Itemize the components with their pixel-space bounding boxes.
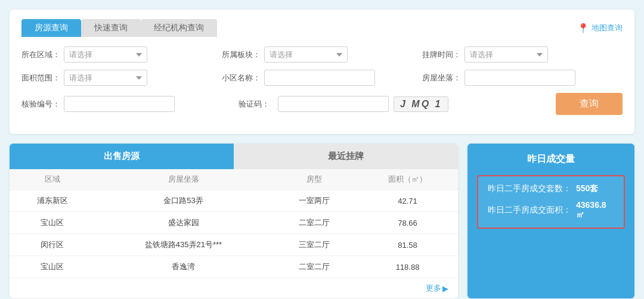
left-panel: 出售房源 最近挂牌 区域 房屋坐落 房型 面积（㎡） 浦东新区金口路53弄一室两…: [10, 144, 458, 298]
stat-row-count: 昨日二手房成交套数： 550套: [488, 183, 614, 194]
cell-address: 金口路53弄: [95, 190, 272, 212]
listing-time-select[interactable]: 请选择: [465, 46, 548, 63]
query-group: 查询: [451, 93, 623, 115]
more-arrow-icon: ▶: [442, 284, 448, 293]
form-row-2: 面积范围： 请选择 小区名称： 房屋坐落：: [21, 70, 623, 86]
area-label: 所在区域：: [21, 49, 60, 60]
size-label: 面积范围：: [21, 73, 60, 83]
search-card: 房源查询 快速查询 经纪机构查询 📍 地图查询 所在区域： 请选择 所属板块： …: [10, 10, 634, 134]
tab-agency-search[interactable]: 经纪机构查询: [141, 19, 217, 37]
code-group: 核验编号：: [21, 96, 236, 112]
cell-area: 宝山区: [10, 256, 95, 278]
community-group: 小区名称：: [222, 70, 422, 86]
cell-size: 78.66: [357, 212, 458, 234]
stat-row-area: 昨日二手房成交面积： 43636.8㎡: [488, 200, 614, 220]
cell-address: 盐铁塘路435弄21号***: [95, 234, 272, 256]
listing-time-group: 挂牌时间： 请选择: [422, 46, 623, 63]
table-row: 浦东新区金口路53弄一室两厅42.71: [10, 190, 458, 212]
col-area: 区域: [10, 169, 95, 190]
listing-table: 区域 房屋坐落 房型 面积（㎡） 浦东新区金口路53弄一室两厅42.71宝山区盛…: [10, 169, 458, 278]
area-select[interactable]: 请选择: [64, 46, 147, 63]
cell-type: 一室两厅: [272, 190, 357, 212]
form-row-3: 核验编号： 验证码： J MQ 1 查询: [21, 93, 623, 115]
table-header-row: 区域 房屋坐落 房型 面积（㎡）: [10, 169, 458, 190]
col-address: 房屋坐落: [95, 169, 272, 190]
block-label: 所属板块：: [222, 49, 261, 60]
size-select[interactable]: 请选择: [64, 70, 147, 86]
tab-sale-listing[interactable]: 出售房源: [10, 144, 234, 169]
cell-size: 118.88: [357, 256, 458, 278]
cell-type: 三室二厅: [272, 234, 357, 256]
stats-box: 昨日二手房成交套数： 550套 昨日二手房成交面积： 43636.8㎡: [477, 175, 625, 229]
panel-tab-group: 出售房源 最近挂牌: [10, 144, 458, 169]
table-row: 宝山区香逸湾二室二厅118.88: [10, 256, 458, 278]
cell-address: 香逸湾: [95, 256, 272, 278]
cell-type: 二室二厅: [272, 256, 357, 278]
building-group: 房屋坐落：: [422, 70, 623, 86]
map-pin-icon: 📍: [577, 23, 589, 34]
cell-area: 闵行区: [10, 234, 95, 256]
right-panel-title: 昨日成交量: [477, 153, 625, 166]
map-link-label: 地图查询: [592, 23, 623, 33]
cell-address: 盛达家园: [95, 212, 272, 234]
area-group: 所在区域： 请选择: [21, 46, 222, 63]
stat-count-value: 550套: [576, 183, 598, 194]
stat-area-label: 昨日二手房成交面积：: [488, 205, 571, 216]
cell-size: 42.71: [357, 190, 458, 212]
tab-row: 房源查询 快速查询 经纪机构查询 📍 地图查询: [21, 19, 623, 37]
tab-house-search[interactable]: 房源查询: [21, 19, 81, 37]
form-row-1: 所在区域： 请选择 所属板块： 请选择 挂牌时间： 请选择: [21, 46, 623, 63]
query-button[interactable]: 查询: [556, 93, 623, 115]
tab-quick-search[interactable]: 快速查询: [81, 19, 141, 37]
building-input[interactable]: [465, 70, 575, 86]
listing-time-label: 挂牌时间：: [422, 49, 461, 60]
cell-area: 宝山区: [10, 212, 95, 234]
cell-area: 浦东新区: [10, 190, 95, 212]
stat-area-value: 43636.8㎡: [576, 200, 614, 220]
table-body: 浦东新区金口路53弄一室两厅42.71宝山区盛达家园二室二厅78.66闵行区盐铁…: [10, 190, 458, 278]
bottom-section: 出售房源 最近挂牌 区域 房屋坐落 房型 面积（㎡） 浦东新区金口路53弄一室两…: [10, 144, 634, 298]
col-type: 房型: [272, 169, 357, 190]
page-wrapper: 房源查询 快速查询 经纪机构查询 📍 地图查询 所在区域： 请选择 所属板块： …: [0, 0, 644, 299]
captcha-input[interactable]: [278, 96, 389, 112]
tab-group: 房源查询 快速查询 经纪机构查询: [21, 19, 217, 37]
size-group: 面积范围： 请选择: [21, 70, 222, 86]
col-size: 面积（㎡）: [357, 169, 458, 190]
community-input[interactable]: [264, 70, 375, 86]
captcha-label: 验证码：: [236, 99, 270, 110]
tab-recent-listing[interactable]: 最近挂牌: [234, 144, 458, 169]
more-link[interactable]: 更多 ▶: [10, 278, 458, 298]
captcha-image[interactable]: J MQ 1: [394, 96, 448, 112]
code-label: 核验编号：: [21, 99, 60, 110]
captcha-group: 验证码： J MQ 1: [236, 96, 451, 112]
code-input[interactable]: [64, 96, 175, 112]
cell-size: 81.58: [357, 234, 458, 256]
block-select[interactable]: 请选择: [264, 46, 348, 63]
table-row: 宝山区盛达家园二室二厅78.66: [10, 212, 458, 234]
right-panel: 昨日成交量 昨日二手房成交套数： 550套 昨日二手房成交面积： 43636.8…: [467, 144, 634, 298]
cell-type: 二室二厅: [272, 212, 357, 234]
table-row: 闵行区盐铁塘路435弄21号***三室二厅81.58: [10, 234, 458, 256]
building-label: 房屋坐落：: [422, 73, 461, 83]
map-link[interactable]: 📍 地图查询: [577, 23, 623, 34]
community-label: 小区名称：: [222, 73, 261, 83]
more-label: 更多: [426, 283, 441, 294]
block-group: 所属板块： 请选择: [222, 46, 422, 63]
stat-count-label: 昨日二手房成交套数：: [488, 183, 571, 194]
